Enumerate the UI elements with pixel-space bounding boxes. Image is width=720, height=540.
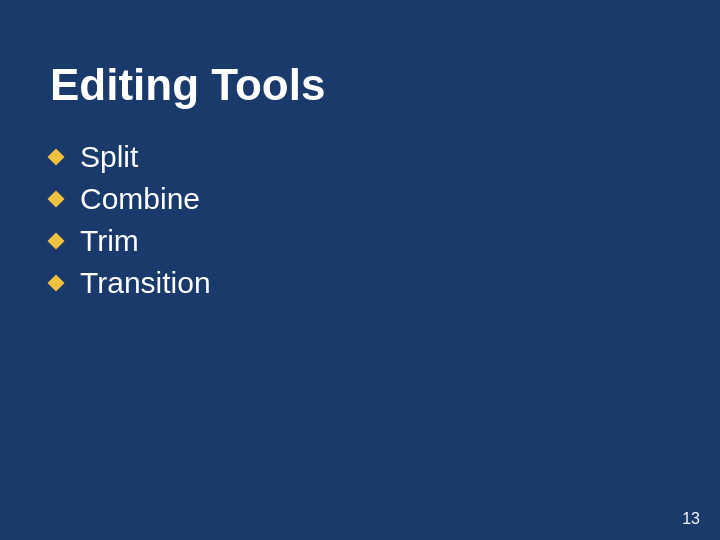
slide-title: Editing Tools [50, 60, 670, 110]
list-item-label: Split [80, 140, 138, 174]
slide: Editing Tools Split Combine Trim Transit… [0, 0, 720, 540]
list-item-label: Transition [80, 266, 211, 300]
list-item: Trim [50, 224, 670, 258]
list-item: Transition [50, 266, 670, 300]
bullet-icon [48, 275, 65, 292]
bullet-icon [48, 191, 65, 208]
list-item: Split [50, 140, 670, 174]
list-item: Combine [50, 182, 670, 216]
bullet-list: Split Combine Trim Transition [50, 140, 670, 300]
list-item-label: Combine [80, 182, 200, 216]
list-item-label: Trim [80, 224, 139, 258]
page-number: 13 [682, 510, 700, 528]
bullet-icon [48, 233, 65, 250]
bullet-icon [48, 149, 65, 166]
